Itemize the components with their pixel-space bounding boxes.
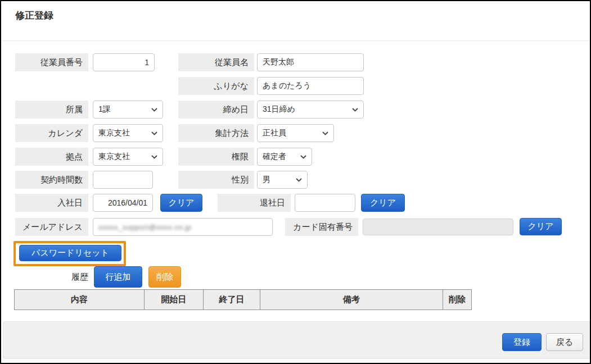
back-button[interactable]: 戻る xyxy=(546,333,583,351)
history-delete-button[interactable]: 削除 xyxy=(148,266,181,288)
permission-label: 権限 xyxy=(178,148,254,166)
calendar-select[interactable]: 東京支社 xyxy=(93,124,163,142)
chevron-down-icon xyxy=(300,155,306,159)
title-divider xyxy=(1,40,590,41)
email-value-redacted: xxxxx_support@xxxx.co.jp xyxy=(98,223,191,231)
employee-name-value: 天野太郎 xyxy=(263,57,294,67)
chevron-down-icon xyxy=(322,131,328,135)
department-label: 所属 xyxy=(15,101,88,119)
card-number-input xyxy=(363,219,513,235)
employee-number-value: 1 xyxy=(145,58,149,67)
register-button[interactable]: 登録 xyxy=(502,333,542,351)
footer-bar: 登録 戻る xyxy=(3,321,590,359)
hire-date-label: 入社日 xyxy=(15,194,88,212)
base-location-value: 東京支社 xyxy=(98,152,130,162)
history-table: 内容 開始日 終了日 備考 削除 xyxy=(14,289,472,310)
page-title: 修正登録 xyxy=(15,9,53,22)
history-add-row-button[interactable]: 行追加 xyxy=(94,266,142,288)
furigana-input[interactable]: あまのたろう xyxy=(257,77,364,95)
employee-name-label: 従業員名 xyxy=(178,53,254,71)
hire-date-value: 2016/04/01 xyxy=(108,198,147,207)
furigana-label: ふりがな xyxy=(178,77,254,95)
calendar-value: 東京支社 xyxy=(98,128,130,138)
base-location-select[interactable]: 東京支社 xyxy=(93,148,163,166)
contract-hours-input[interactable] xyxy=(93,171,153,189)
aggregation-method-label: 集計方法 xyxy=(178,124,254,142)
employee-number-input[interactable]: 1 xyxy=(93,53,155,71)
history-label: 履歴 xyxy=(15,266,88,288)
chevron-down-icon xyxy=(296,178,302,182)
modal-edit-registration: 修正登録 従業員番号 1 従業員名 天野太郎 ふりがな あまのたろう 所属 1課… xyxy=(0,0,591,364)
permission-select[interactable]: 確定者 xyxy=(257,148,312,166)
email-label: メールアドレス xyxy=(15,218,88,236)
calendar-label: カレンダ xyxy=(15,124,88,142)
closing-day-label: 締め日 xyxy=(178,101,254,119)
history-table-header-remarks: 備考 xyxy=(260,290,443,310)
history-table-header-start-date: 開始日 xyxy=(145,290,204,310)
card-number-label: カード固有番号 xyxy=(285,218,358,236)
gender-label: 性別 xyxy=(178,171,254,189)
base-location-label: 拠点 xyxy=(15,148,88,166)
card-number-clear-button[interactable]: クリア xyxy=(520,218,562,235)
chevron-down-icon xyxy=(352,108,358,112)
history-table-header-content: 内容 xyxy=(15,290,145,310)
gender-select[interactable]: 男 xyxy=(257,171,308,189)
aggregation-method-select[interactable]: 正社員 xyxy=(257,124,334,142)
gender-value: 男 xyxy=(263,175,270,185)
hire-date-input[interactable]: 2016/04/01 xyxy=(93,194,153,212)
password-reset-button[interactable]: パスワードリセット xyxy=(19,245,121,261)
leave-date-clear-button[interactable]: クリア xyxy=(361,194,405,212)
department-value: 1課 xyxy=(98,104,111,115)
department-select[interactable]: 1課 xyxy=(93,101,163,119)
furigana-value: あまのたろう xyxy=(263,81,311,91)
employee-name-input[interactable]: 天野太郎 xyxy=(257,53,364,71)
permission-value: 確定者 xyxy=(263,152,286,162)
chevron-down-icon xyxy=(151,155,157,159)
chevron-down-icon xyxy=(151,131,157,135)
email-input[interactable]: xxxxx_support@xxxx.co.jp xyxy=(93,218,273,236)
closing-day-select[interactable]: 31日締め xyxy=(257,101,364,119)
employee-number-label: 従業員番号 xyxy=(15,53,88,71)
history-table-header-end-date: 終了日 xyxy=(204,290,260,310)
history-table-header-delete: 削除 xyxy=(443,290,471,310)
leave-date-input[interactable] xyxy=(295,194,355,212)
hire-date-clear-button[interactable]: クリア xyxy=(160,194,202,212)
chevron-down-icon xyxy=(151,108,157,112)
contract-hours-label: 契約時間数 xyxy=(15,171,88,189)
aggregation-method-value: 正社員 xyxy=(263,128,286,138)
leave-date-label: 退社日 xyxy=(218,194,291,212)
closing-day-value: 31日締め xyxy=(263,104,295,115)
